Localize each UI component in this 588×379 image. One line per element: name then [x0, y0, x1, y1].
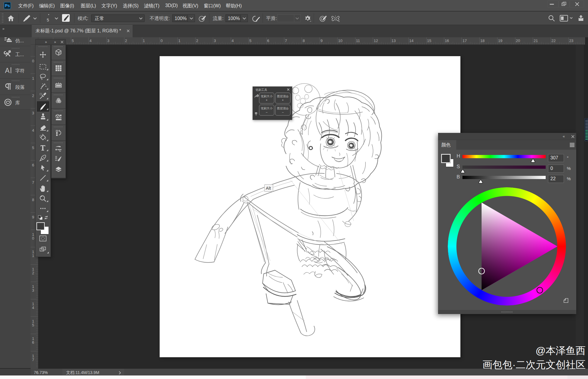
- svg-text:A: A: [5, 67, 10, 74]
